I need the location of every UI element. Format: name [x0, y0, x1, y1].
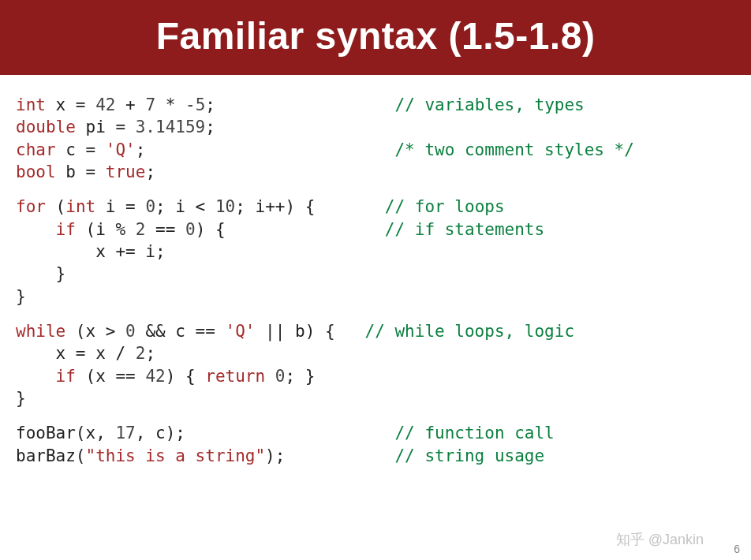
- token-num: 42: [95, 95, 115, 114]
- token: );: [265, 446, 394, 465]
- token: }: [16, 287, 26, 306]
- token-kw: if: [56, 220, 76, 239]
- token-kw: for: [16, 197, 46, 216]
- code-line: barBaz("this is a string"); // string us…: [16, 445, 735, 467]
- code-line: if (x == 42) { return 0; }: [16, 365, 735, 387]
- token-num: 0: [125, 322, 136, 341]
- token-num: 10: [215, 197, 235, 216]
- code-line: int x = 42 + 7 * -5; // variables, types: [16, 94, 735, 116]
- token: ) {: [196, 220, 385, 239]
- token-num: 0: [275, 367, 286, 386]
- code-line: char c = 'Q'; /* two comment styles */: [16, 139, 735, 161]
- token: (i %: [76, 220, 136, 239]
- token: pi =: [76, 118, 136, 136]
- token-cmt: // for loops: [385, 197, 505, 216]
- blank-line: [16, 183, 735, 196]
- token-kw: true: [106, 162, 146, 181]
- token: }: [16, 389, 26, 408]
- token-kw: int: [16, 95, 46, 114]
- code-line: x += i;: [16, 241, 735, 263]
- token: (x >: [65, 322, 125, 341]
- token: +: [115, 95, 145, 114]
- token: ; }: [285, 367, 315, 386]
- code-line: }: [16, 286, 735, 308]
- code-line: if (i % 2 == 0) { // if statements: [16, 218, 735, 241]
- token: ;: [145, 162, 155, 181]
- code-line: x = x / 2;: [16, 342, 735, 364]
- token-kw: while: [16, 322, 65, 341]
- code-block: int x = 42 + 7 * -5; // variables, types…: [16, 94, 735, 467]
- page-number: 6: [734, 543, 740, 555]
- blank-line: [16, 409, 735, 422]
- code-line: }: [16, 387, 735, 409]
- token: fooBar(x,: [16, 424, 115, 442]
- token: ; i++) {: [235, 197, 385, 216]
- token: || b) {: [255, 322, 364, 341]
- token-kw: return: [205, 367, 265, 386]
- token: (x ==: [76, 367, 146, 386]
- token: ) {: [166, 367, 206, 386]
- watermark: 知乎 @Jankin: [616, 530, 704, 549]
- token-num: 0: [145, 197, 155, 216]
- code-line: double pi = 3.14159;: [16, 116, 735, 138]
- slide-content: int x = 42 + 7 * -5; // variables, types…: [0, 75, 751, 467]
- token: b =: [56, 162, 106, 181]
- token-num: 17: [115, 424, 135, 442]
- token-num: 2: [136, 220, 146, 239]
- token: ; i <: [155, 197, 215, 216]
- token-str: 'Q': [226, 322, 256, 341]
- token-cmt: /* two comment styles */: [394, 140, 633, 159]
- token: x =: [46, 95, 95, 114]
- token-kw: bool: [16, 162, 56, 181]
- token-kw: if: [56, 367, 76, 386]
- token: ;: [136, 140, 395, 159]
- token-num: 42: [145, 367, 165, 386]
- token-cmt: // variables, types: [395, 95, 585, 114]
- code-line: fooBar(x, 17, c); // function call: [16, 422, 735, 444]
- token-kw: char: [16, 140, 56, 159]
- token: ;: [145, 344, 155, 363]
- token-cmt: // string usage: [394, 446, 544, 465]
- token-kw: int: [65, 197, 95, 216]
- token: [16, 220, 56, 239]
- token-num: 0: [185, 220, 196, 239]
- token: ;: [205, 118, 215, 136]
- token: , c);: [136, 424, 395, 442]
- code-line: }: [16, 263, 735, 285]
- token: [265, 367, 275, 386]
- token-num: 7: [145, 95, 155, 114]
- blank-line: [16, 308, 735, 320]
- token-str: "this is a string": [86, 446, 266, 465]
- token-cmt: // function call: [394, 424, 554, 442]
- token: x = x /: [16, 344, 136, 363]
- token-num: 3.14159: [136, 118, 206, 136]
- token: x += i;: [16, 242, 166, 261]
- token-num: 5: [196, 95, 206, 114]
- token-cmt: // while loops, logic: [365, 322, 575, 341]
- token: barBaz(: [16, 446, 86, 465]
- code-line: while (x > 0 && c == 'Q' || b) { // whil…: [16, 320, 735, 342]
- token: }: [16, 264, 65, 283]
- token: ==: [145, 220, 185, 239]
- token: i =: [95, 197, 145, 216]
- token: c =: [56, 140, 106, 159]
- token: * -: [155, 95, 196, 114]
- slide-title: Familiar syntax (1.5-1.8): [0, 0, 751, 75]
- token: && c ==: [136, 322, 226, 341]
- code-line: bool b = true;: [16, 161, 735, 183]
- token: (: [46, 197, 65, 216]
- token-cmt: // if statements: [385, 220, 544, 239]
- code-line: for (int i = 0; i < 10; i++) { // for lo…: [16, 196, 735, 218]
- token: ;: [205, 95, 394, 114]
- token: [16, 367, 56, 386]
- token-kw: double: [16, 118, 76, 136]
- token-num: 2: [136, 344, 146, 363]
- token-str: 'Q': [106, 140, 136, 159]
